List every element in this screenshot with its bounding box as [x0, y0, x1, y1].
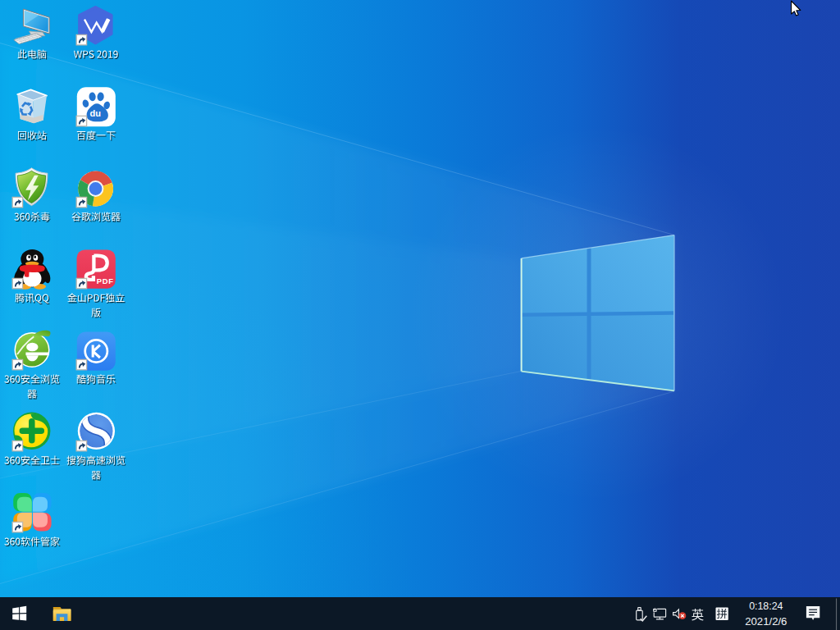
svg-text:du: du — [90, 108, 101, 118]
svg-text:2021/2/6: 2021/2/6 — [745, 615, 787, 628]
svg-text:0:18:24: 0:18:24 — [749, 600, 783, 612]
svg-text:PDF: PDF — [97, 276, 114, 285]
